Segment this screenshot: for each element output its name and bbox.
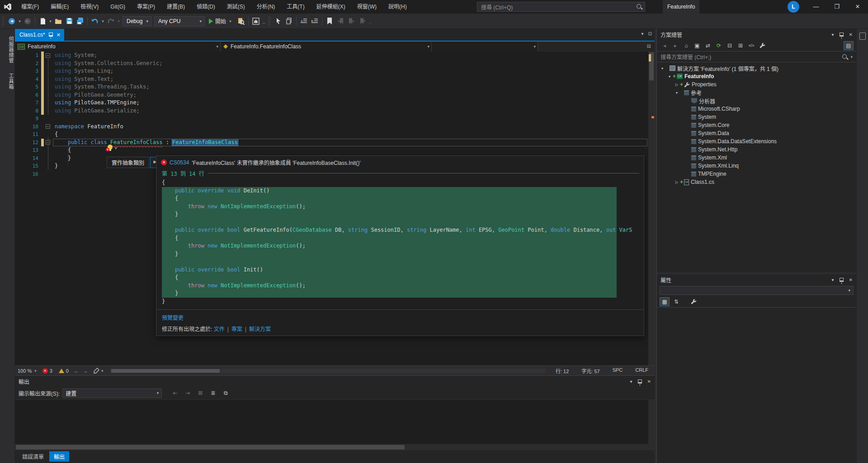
- code-line[interactable]: 6 using PilotGaea.Geometry;: [15, 91, 655, 99]
- close-button[interactable]: ✕: [847, 0, 868, 14]
- save-all-icon[interactable]: [75, 16, 85, 27]
- toolbar-overflow[interactable]: _: [261, 19, 266, 23]
- solution-explorer-header[interactable]: 方案總管 ▾ ✕: [657, 29, 856, 40]
- tree-item[interactable]: System.Net.Http: [657, 145, 856, 154]
- menu-item[interactable]: 檢視(V): [75, 0, 104, 14]
- output-h-thumb[interactable]: [16, 445, 405, 449]
- editor-horizontal-scrollbar[interactable]: [110, 369, 546, 373]
- account-avatar[interactable]: L: [788, 1, 799, 13]
- code-line[interactable]: 7 using PilotGaea.TMPEngine;: [15, 99, 655, 107]
- tree-item[interactable]: ▷ + C# Class1.cs: [657, 178, 856, 186]
- goto-prev-message-icon[interactable]: ⇤: [170, 388, 180, 398]
- toggle-word-wrap-icon[interactable]: ⧉: [221, 388, 231, 398]
- window-options-icon[interactable]: ⊡: [648, 31, 652, 36]
- tree-item[interactable]: 分析器: [657, 97, 856, 105]
- type-dropdown[interactable]: FeatureInfo.FeatureInfoClass ▾: [221, 42, 432, 51]
- code-cleanup-icon[interactable]: ▾: [90, 368, 107, 374]
- tree-item[interactable]: System: [657, 113, 856, 121]
- code-line[interactable]: 4 using System.Text;: [15, 75, 655, 84]
- se-close-icon[interactable]: ✕: [849, 32, 853, 37]
- fix-scope-link[interactable]: 解決方案: [249, 326, 271, 332]
- decrease-indent-icon[interactable]: [298, 16, 309, 27]
- member-dropdown[interactable]: ▾: [432, 42, 538, 51]
- docked-page-icon[interactable]: [859, 33, 866, 40]
- tree-item[interactable]: System.Data: [657, 129, 856, 137]
- expand-arrow[interactable]: ▷: [674, 83, 679, 87]
- tree-item[interactable]: System.Xml.Linq: [657, 162, 856, 170]
- tree-item[interactable]: ▾ 參考: [657, 89, 856, 97]
- tree-item[interactable]: System.Data.DataSetExtensions: [657, 137, 856, 145]
- output-vertical-scrollbar[interactable]: [648, 400, 655, 444]
- expand-arrow[interactable]: ▾: [660, 66, 665, 70]
- se-home-icon[interactable]: ⌂: [681, 41, 691, 50]
- preview-changes-link[interactable]: 預覽變更: [162, 315, 184, 321]
- navigate-home-icon[interactable]: [250, 16, 261, 27]
- toolbar-drag-handle-2[interactable]: [268, 16, 271, 26]
- se-properties-icon[interactable]: [757, 41, 767, 50]
- output-source-combo[interactable]: 建置 ▾: [62, 388, 162, 398]
- clear-all-output-icon[interactable]: ≣: [208, 388, 218, 398]
- fix-scope-link[interactable]: 專案: [231, 326, 242, 332]
- se-view-code-icon[interactable]: </>: [746, 41, 756, 50]
- expand-arrow[interactable]: ▾: [674, 91, 679, 95]
- properties-grid-empty[interactable]: [657, 308, 856, 463]
- undo-icon[interactable]: [90, 16, 100, 27]
- menu-item[interactable]: 測試(S): [221, 0, 251, 14]
- tree-item[interactable]: System.Xml: [657, 154, 856, 162]
- document-tab-class1[interactable]: Class1.cs* ✕: [15, 29, 64, 41]
- se-window-menu-icon[interactable]: ▾: [832, 32, 834, 37]
- prop-categorized-icon[interactable]: ▦: [660, 297, 670, 306]
- navigate-forward-arrow-icon[interactable]: →: [81, 368, 90, 374]
- prop-pin-icon[interactable]: [840, 278, 844, 282]
- clear-bookmarks-icon[interactable]: [357, 16, 368, 27]
- se-pin-icon[interactable]: [840, 33, 844, 37]
- error-code-link[interactable]: CS0534: [170, 159, 189, 166]
- active-files-dropdown-icon[interactable]: ▾: [642, 31, 644, 36]
- se-show-all-files-icon[interactable]: ⊞: [736, 41, 745, 50]
- expand-arrow[interactable]: ▾: [667, 75, 672, 79]
- project-dropdown[interactable]: C# FeatureInfo ▾: [15, 42, 221, 51]
- prop-window-menu-icon[interactable]: ▾: [832, 277, 834, 282]
- new-file-dropdown[interactable]: ▾: [48, 19, 53, 23]
- menu-item[interactable]: 延伸模組(X): [311, 0, 351, 14]
- fold-marker[interactable]: −: [46, 124, 50, 129]
- code-line[interactable]: 11 {: [15, 131, 655, 139]
- split-window-icon[interactable]: ▤: [643, 42, 655, 51]
- find-in-files-icon[interactable]: [236, 16, 246, 27]
- prop-close-icon[interactable]: ✕: [849, 277, 853, 282]
- toggle-bookmark-icon[interactable]: [324, 16, 335, 27]
- tree-item[interactable]: TMPEngine: [657, 170, 856, 178]
- menu-item[interactable]: 視窗(W): [351, 0, 382, 14]
- solution-explorer-search[interactable]: 搜尋方案總管 (Ctrl+;) ▾: [657, 51, 856, 62]
- menu-item[interactable]: 偵錯(D): [191, 0, 221, 14]
- pin-tab-icon[interactable]: [49, 32, 53, 37]
- expand-arrow[interactable]: ▷: [674, 180, 679, 184]
- tree-item[interactable]: ▷ + Properties: [657, 80, 856, 89]
- quick-search-box[interactable]: 搜尋 (Ctrl+Q): [477, 2, 645, 12]
- side-tab[interactable]: 工具箱: [0, 70, 14, 92]
- side-tab[interactable]: 伺服器總管: [0, 33, 14, 66]
- quick-action-lightbulb[interactable]: ✕ ▾: [107, 145, 117, 151]
- bottom-tab[interactable]: 輸出: [49, 451, 69, 462]
- menu-item[interactable]: 檔案(F): [15, 0, 45, 14]
- se-switch-views-icon[interactable]: ▣: [692, 41, 702, 50]
- quick-fix-item-implement-abstract[interactable]: 實作抽象類別: [107, 157, 149, 168]
- tree-item[interactable]: System.Core: [657, 121, 856, 129]
- bottom-tab[interactable]: 錯誤清單: [18, 451, 48, 462]
- se-refresh-icon[interactable]: ⟳: [714, 41, 724, 50]
- next-bookmark-icon[interactable]: [346, 16, 357, 27]
- se-pending-changes-filter-icon[interactable]: ⇄: [703, 41, 713, 50]
- redo-icon[interactable]: [105, 16, 116, 27]
- new-file-icon[interactable]: [37, 16, 48, 27]
- fold-marker[interactable]: −: [46, 53, 50, 58]
- navigate-back-dropdown[interactable]: ▾: [17, 19, 22, 23]
- code-line[interactable]: 5 using System.Threading.Tasks;: [15, 83, 655, 91]
- clear-selected-icon[interactable]: ⊠: [195, 388, 205, 398]
- prop-property-pages-icon[interactable]: [689, 297, 698, 306]
- warning-count-indicator[interactable]: 0: [56, 368, 72, 374]
- goto-next-message-icon[interactable]: ⇥: [183, 388, 193, 398]
- bookmark-overflow[interactable]: _: [368, 19, 373, 23]
- maximize-button[interactable]: ❐: [826, 0, 847, 14]
- code-line[interactable]: 1 − using System;: [15, 51, 655, 60]
- tree-item[interactable]: Microsoft.CSharp: [657, 105, 856, 113]
